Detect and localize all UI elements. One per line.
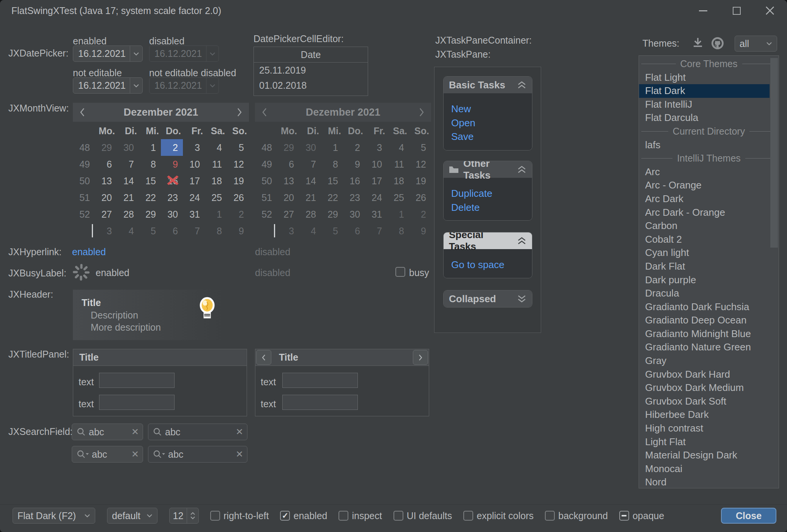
calendar-day[interactable]: 8	[205, 223, 227, 239]
previous-month-button[interactable]	[73, 107, 92, 117]
theme-list-item[interactable]: Gruvbox Dark Medium	[639, 381, 779, 395]
calendar-day[interactable]: 19	[227, 173, 249, 189]
search-value[interactable]: abc	[89, 427, 128, 438]
calendar-day[interactable]: 24	[183, 189, 205, 206]
hyperlink-enabled[interactable]: enabled	[72, 246, 106, 257]
search-field[interactable]: abc ✕	[72, 424, 143, 440]
text-input[interactable]	[99, 395, 175, 410]
calendar-day[interactable]: 9	[227, 223, 249, 239]
calendar-day[interactable]: 11	[205, 156, 227, 173]
theme-list-item[interactable]: Carbon	[639, 219, 779, 233]
search-field-with-menu[interactable]: abc ✕	[72, 446, 143, 463]
taskpane-header[interactable]: Basic Tasks	[444, 77, 532, 93]
datepicker-dropdown-button[interactable]	[130, 46, 142, 61]
calendar-day[interactable]: 2	[227, 206, 249, 223]
theme-list-item[interactable]: Arc - Orange	[639, 179, 779, 192]
next-month-button[interactable]	[230, 107, 249, 117]
taskpane-header[interactable]: Other Tasks	[444, 161, 532, 178]
scrollbar-thumb[interactable]	[770, 58, 778, 248]
search-value[interactable]: abc	[92, 449, 128, 460]
calendar-day[interactable]: 10	[183, 156, 205, 173]
table-column-header[interactable]: Date	[254, 47, 368, 63]
clear-icon[interactable]: ✕	[236, 449, 243, 460]
checkbox-ui-defaults[interactable]	[394, 511, 403, 521]
calendar-day[interactable]: 1	[205, 206, 227, 223]
calendar-day[interactable]: 26	[227, 189, 249, 206]
theme-list-item[interactable]: Cobalt 2	[639, 233, 779, 246]
theme-list-item[interactable]: Dark purple	[639, 273, 779, 287]
calendar-day[interactable]: 4	[117, 223, 139, 239]
theme-list-item[interactable]: Dark Flat	[639, 260, 779, 273]
checkbox-opaque[interactable]	[619, 511, 629, 521]
theme-list-item[interactable]: Gruvbox Dark Soft	[639, 395, 779, 408]
calendar-day[interactable]: 5	[227, 139, 249, 156]
checkbox-inspect[interactable]	[338, 511, 348, 521]
task-link[interactable]: Save	[451, 130, 532, 144]
close-button[interactable]: Close	[721, 508, 776, 524]
date-value[interactable]: 16.12.2021	[73, 48, 130, 59]
theme-list-item[interactable]: High contrast	[639, 422, 779, 435]
search-field-with-menu[interactable]: abc ✕	[148, 446, 247, 463]
theme-list-item[interactable]: Flat Light	[639, 71, 779, 85]
search-value[interactable]: abc	[165, 427, 233, 438]
theme-list-item[interactable]: Arc Dark - Orange	[639, 206, 779, 220]
style-combo[interactable]: default	[107, 508, 157, 524]
theme-list-item[interactable]: Cyan light	[639, 246, 779, 260]
calendar-day[interactable]: 20	[95, 189, 117, 206]
calendar-day[interactable]: 28	[117, 206, 139, 223]
task-link[interactable]: Open	[451, 116, 532, 130]
datepicker-dropdown-button[interactable]	[130, 78, 142, 93]
close-window-button[interactable]	[757, 0, 783, 21]
task-link[interactable]: Go to space	[451, 258, 532, 272]
table-row[interactable]: 25.11.2019	[254, 63, 368, 78]
calendar-day[interactable]: 18	[205, 173, 227, 189]
theme-list-item[interactable]: Dracula	[639, 287, 779, 300]
calendar-day[interactable]: 13	[95, 173, 117, 189]
text-input[interactable]	[282, 395, 358, 410]
text-input[interactable]	[282, 373, 358, 388]
theme-list-item[interactable]: Flat IntelliJ	[639, 98, 779, 111]
theme-list-item[interactable]: Gradianto Deep Ocean	[639, 314, 779, 327]
calendar-day[interactable]: 25	[205, 189, 227, 206]
task-link[interactable]: New	[451, 102, 532, 116]
calendar-day[interactable]: 2	[161, 139, 183, 156]
calendar-day[interactable]: 6	[161, 223, 183, 239]
minimize-button[interactable]	[690, 0, 716, 21]
calendar-day[interactable]: 7	[117, 156, 139, 173]
calendar-day[interactable]: 31	[183, 206, 205, 223]
theme-list-item[interactable]: Flat Darcula	[639, 111, 779, 125]
calendar-day[interactable]: 22	[139, 189, 161, 206]
maximize-button[interactable]	[723, 0, 750, 21]
font-size-spinner[interactable]: 12	[169, 508, 199, 524]
calendar-day[interactable]: 17	[183, 173, 205, 189]
busy-checkbox[interactable]	[395, 267, 405, 277]
clear-icon[interactable]: ✕	[131, 427, 139, 437]
calendar-day[interactable]: 29	[95, 139, 117, 156]
calendar-day[interactable]: 5	[139, 223, 161, 239]
checkbox-background[interactable]	[545, 511, 555, 521]
checkbox-explicit-colors[interactable]	[463, 511, 473, 521]
theme-list-item[interactable]: Light Flat	[639, 435, 779, 449]
calendar-day[interactable]: 3	[95, 223, 117, 239]
text-input[interactable]	[99, 373, 175, 388]
checkbox-right-to-left[interactable]	[210, 511, 220, 521]
titledpanel-next-button[interactable]	[413, 350, 428, 365]
clear-icon[interactable]: ✕	[131, 449, 139, 460]
calendar-day[interactable]: 14	[117, 173, 139, 189]
calendar-day[interactable]: 6	[95, 156, 117, 173]
task-link[interactable]: Delete	[451, 201, 532, 215]
calendar-day[interactable]: 1	[139, 139, 161, 156]
theme-list-item[interactable]: lafs	[639, 138, 779, 152]
search-menu-icon[interactable]	[77, 450, 89, 459]
calendar-day[interactable]: 23	[161, 189, 183, 206]
calendar-day[interactable]: 21	[117, 189, 139, 206]
calendar-day[interactable]: 9	[161, 156, 183, 173]
calendar-day[interactable]: 3	[183, 139, 205, 156]
calendar-day[interactable]: 27	[95, 206, 117, 223]
taskpane-header[interactable]: Special Tasks	[444, 232, 532, 249]
theme-list-item[interactable]: Gradianto Dark Fuchsia	[639, 300, 779, 314]
theme-list-item[interactable]: Arc	[639, 165, 779, 179]
task-link[interactable]: Duplicate	[451, 187, 532, 201]
calendar-day[interactable]: 8	[139, 156, 161, 173]
theme-list-item[interactable]: Hiberbee Dark	[639, 408, 779, 422]
